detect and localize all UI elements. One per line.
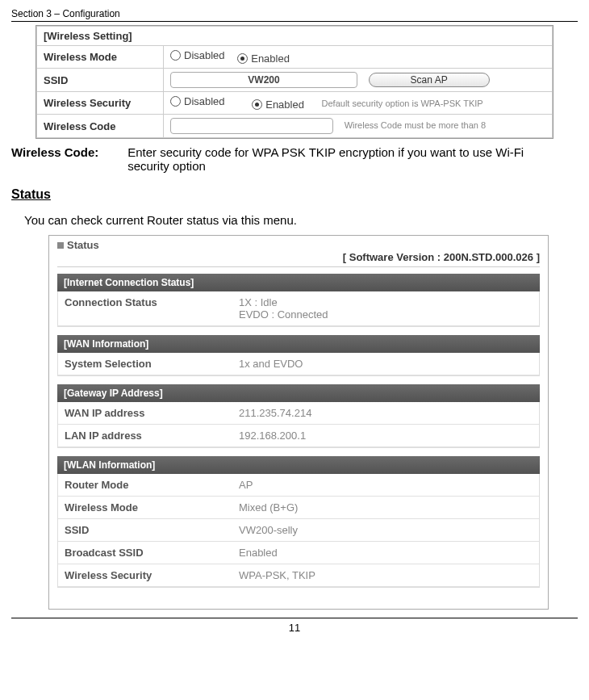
- status-panel-title: Status: [57, 239, 540, 251]
- wireless-mode-label: Wireless Mode: [37, 46, 164, 69]
- status-figure: Status [ Software Version : 200N.STD.000…: [48, 235, 549, 610]
- status-row-value: 192.168.200.1: [232, 425, 539, 446]
- status-row: SSIDVW200-selly: [58, 519, 539, 542]
- status-group-header: [WAN Information]: [57, 335, 540, 353]
- status-row-value: 211.235.74.214: [232, 402, 539, 424]
- status-row-key: Wireless Security: [58, 564, 232, 586]
- status-intro: You can check current Router status via …: [24, 213, 578, 227]
- status-row: System Selection1x and EVDO: [58, 353, 539, 375]
- status-group-header: [Internet Connection Status]: [57, 274, 540, 291]
- status-row-value: Mixed (B+G): [232, 497, 539, 518]
- wireless-mode-enabled-label: Enabled: [251, 52, 290, 65]
- wireless-mode-enabled-radio[interactable]: Enabled: [237, 52, 290, 65]
- status-group-header: [Gateway IP Address]: [57, 384, 540, 402]
- status-row: LAN IP address192.168.200.1: [58, 425, 539, 447]
- status-row-value: AP: [232, 474, 539, 496]
- page-header: Section 3 – Configuration: [11, 8, 578, 22]
- wireless-code-label: Wireless Code: [37, 115, 164, 138]
- status-row: Broadcast SSIDEnabled: [58, 542, 539, 564]
- status-row-key: SSID: [58, 519, 232, 541]
- square-bullet-icon: [57, 242, 64, 249]
- scan-ap-button[interactable]: Scan AP: [369, 73, 490, 87]
- status-row-value: WPA-PSK, TKIP: [232, 564, 539, 586]
- wireless-setting-title: [Wireless Setting]: [37, 27, 553, 46]
- radio-selected-icon: [237, 53, 248, 64]
- software-version: [ Software Version : 200N.STD.000.026 ]: [57, 251, 540, 267]
- status-row-key: System Selection: [58, 353, 232, 375]
- ssid-label: SSID: [37, 69, 164, 92]
- status-row-value: 1X : Idle EVDO : Connected: [232, 291, 539, 325]
- wireless-security-enabled-label: Enabled: [265, 99, 304, 111]
- wireless-security-enabled-radio[interactable]: Enabled: [252, 99, 304, 111]
- wireless-setting-figure: [Wireless Setting] Wireless Mode Disable…: [36, 25, 553, 139]
- radio-unselected-icon: [170, 50, 181, 61]
- wireless-security-hint: Default security option is WPA-PSK TKIP: [322, 99, 483, 108]
- status-row-value: Enabled: [232, 542, 539, 564]
- wireless-code-hint: Wireless Code must be more than 8: [345, 120, 486, 130]
- wireless-mode-disabled-radio[interactable]: Disabled: [170, 49, 225, 61]
- status-group-header: [WLAN Information]: [57, 456, 540, 474]
- status-row: Connection Status1X : Idle EVDO : Connec…: [58, 291, 539, 326]
- ssid-input[interactable]: VW200: [170, 72, 357, 88]
- wireless-security-disabled-radio[interactable]: Disabled: [170, 95, 225, 107]
- status-row-value: 1x and EVDO: [232, 353, 539, 375]
- status-row-value: VW200-selly: [232, 519, 539, 541]
- status-row: Router ModeAP: [58, 474, 539, 497]
- radio-selected-icon: [252, 99, 262, 110]
- status-row-key: Broadcast SSID: [58, 542, 232, 564]
- page-number: 11: [11, 618, 578, 634]
- wireless-security-disabled-label: Disabled: [184, 95, 225, 107]
- wireless-code-desc-text: Enter security code for WPA PSK TKIP enc…: [127, 145, 563, 173]
- status-row-key: WAN IP address: [58, 402, 232, 424]
- status-row: Wireless SecurityWPA-PSK, TKIP: [58, 564, 539, 587]
- status-heading: Status: [11, 187, 578, 202]
- wireless-code-description: Wireless Code: Enter security code for W…: [11, 145, 578, 173]
- status-row-key: LAN IP address: [58, 425, 232, 446]
- status-row-key: Connection Status: [58, 291, 232, 325]
- wireless-code-desc-label: Wireless Code:: [11, 145, 124, 159]
- status-row: WAN IP address211.235.74.214: [58, 402, 539, 425]
- wireless-code-input[interactable]: [170, 118, 333, 134]
- status-row-key: Router Mode: [58, 474, 232, 496]
- wireless-security-label: Wireless Security: [37, 92, 164, 115]
- status-row: Wireless ModeMixed (B+G): [58, 497, 539, 519]
- radio-unselected-icon: [170, 96, 181, 107]
- wireless-mode-disabled-label: Disabled: [184, 49, 225, 61]
- status-row-key: Wireless Mode: [58, 497, 232, 518]
